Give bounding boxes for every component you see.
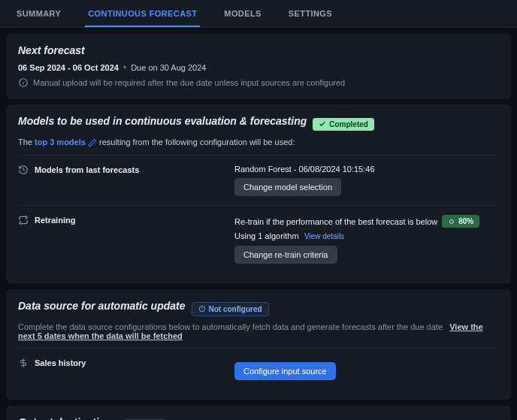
retraining-label: Retraining <box>35 216 75 225</box>
refresh-icon <box>18 215 29 225</box>
models-panel: Models to be used in continuous evaluati… <box>6 104 511 283</box>
top-models-link[interactable]: top 3 models <box>35 137 86 147</box>
tabs-bar: SUMMARY CONTINUOUS FORECAST MODELS SETTI… <box>0 0 517 28</box>
not-configured-badge-label: Not configured <box>209 305 262 313</box>
completed-badge: Completed <box>313 118 374 131</box>
pencil-icon[interactable] <box>88 138 97 147</box>
data-source-subtitle: Complete the data source configurations … <box>18 322 499 340</box>
next-forecast-panel: Next forecast 06 Sep 2024 - 06 Oct 2024 … <box>6 34 511 98</box>
forecast-due-date: Due on 30 Aug 2024 <box>131 63 206 72</box>
svg-point-3 <box>450 219 454 223</box>
models-last-forecast-label: Models from last forecasts <box>35 165 139 174</box>
sales-history-row: Sales history Configure input source <box>18 348 499 389</box>
view-details-link[interactable]: View details <box>304 232 344 240</box>
data-source-title: Data source for automatic update <box>18 300 186 312</box>
models-last-forecast-row: Models from last forecasts Random Forest… <box>18 155 499 205</box>
separator-dot: • <box>123 62 126 73</box>
not-configured-badge: Not configured <box>192 302 269 316</box>
models-last-forecast-value: Random Forest - 06/08/2024 10:15:46 <box>234 165 499 174</box>
forecast-info-text: Manual upload will be required after the… <box>33 78 345 87</box>
data-source-subtitle-text: Complete the data source configurations … <box>18 322 443 331</box>
tab-summary[interactable]: SUMMARY <box>14 0 64 27</box>
config-line-post: resulting from the following configurati… <box>99 137 295 147</box>
sales-icon <box>18 358 29 368</box>
data-source-panel: Data source for automatic update Not con… <box>6 289 511 400</box>
config-line: The top 3 models resulting from the foll… <box>18 137 499 147</box>
change-retrain-criteria-button[interactable]: Change re-train criteria <box>234 246 337 264</box>
tab-settings[interactable]: SETTINGS <box>286 0 335 27</box>
retrain-algo-text: Using 1 algorithm <box>234 231 299 240</box>
output-panel: Output destinations Optional The forecas… <box>6 406 511 420</box>
models-title: Models to be used in continuous evaluati… <box>18 115 307 127</box>
retrain-threshold-badge: 80% <box>442 215 479 228</box>
forecast-date-range: 06 Sep 2024 - 06 Oct 2024 <box>18 63 119 72</box>
change-model-selection-button[interactable]: Change model selection <box>234 178 341 196</box>
history-icon <box>18 165 29 175</box>
retrain-threshold-text: Re-train if the performance of the best … <box>234 217 437 226</box>
configure-input-source-button[interactable]: Configure input source <box>234 362 336 380</box>
sales-history-label: Sales history <box>35 358 86 367</box>
output-title: Output destinations <box>18 416 117 420</box>
retraining-row: Retraining Re-train if the performance o… <box>18 205 499 273</box>
next-forecast-title: Next forecast <box>18 44 85 56</box>
config-line-pre: The <box>18 137 35 147</box>
completed-badge-label: Completed <box>329 120 368 128</box>
info-icon <box>18 77 29 88</box>
tab-models[interactable]: MODELS <box>221 0 264 27</box>
tab-continuous-forecast[interactable]: CONTINUOUS FORECAST <box>85 0 200 27</box>
retrain-threshold-value: 80% <box>458 217 473 225</box>
